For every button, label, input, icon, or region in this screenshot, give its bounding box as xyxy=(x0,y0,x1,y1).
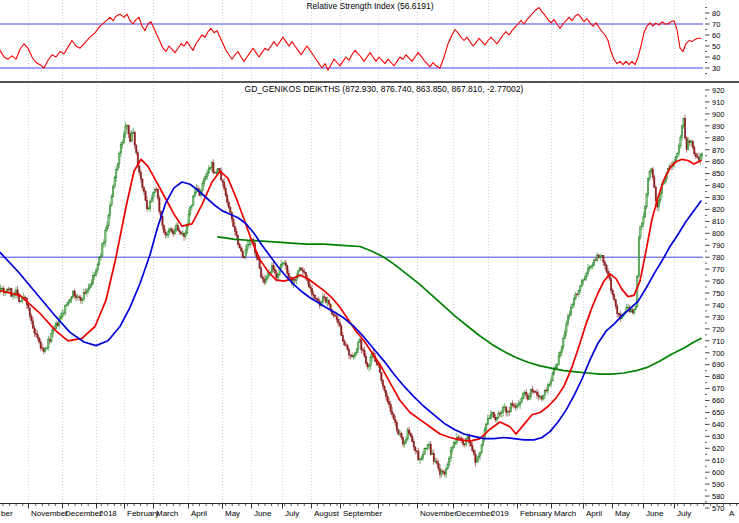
svg-text:60: 60 xyxy=(712,31,720,40)
x-axis: berNovemberDecember2018FebruaryMarchApri… xyxy=(0,504,739,519)
svg-text:580: 580 xyxy=(712,492,725,501)
svg-text:2019: 2019 xyxy=(491,509,509,518)
svg-text:920: 920 xyxy=(712,86,725,95)
svg-text:40: 40 xyxy=(712,53,720,62)
rsi-plot-area[interactable] xyxy=(0,0,703,81)
svg-text:820: 820 xyxy=(712,205,725,214)
svg-text:November: November xyxy=(420,509,457,518)
svg-text:2018: 2018 xyxy=(99,509,117,518)
svg-text:50: 50 xyxy=(712,42,720,51)
svg-text:690: 690 xyxy=(712,360,725,369)
svg-text:February: February xyxy=(127,509,159,518)
svg-text:December: December xyxy=(65,509,102,518)
svg-text:April: April xyxy=(586,509,602,518)
svg-text:740: 740 xyxy=(712,301,725,310)
chart-canvas: 807060504030 920910900890880870860850840… xyxy=(0,0,739,523)
svg-text:June: June xyxy=(254,509,272,518)
svg-text:800: 800 xyxy=(712,229,725,238)
svg-text:July: July xyxy=(677,509,691,518)
svg-text:December: December xyxy=(456,509,493,518)
svg-text:790: 790 xyxy=(712,241,725,250)
svg-text:890: 890 xyxy=(712,122,725,131)
svg-text:880: 880 xyxy=(712,134,725,143)
svg-text:750: 750 xyxy=(712,289,725,298)
svg-text:830: 830 xyxy=(712,193,725,202)
svg-text:620: 620 xyxy=(712,444,725,453)
panel-separator[interactable] xyxy=(0,81,739,83)
svg-text:30: 30 xyxy=(712,64,720,73)
svg-text:ber: ber xyxy=(1,509,13,518)
svg-text:910: 910 xyxy=(712,98,725,107)
svg-text:80: 80 xyxy=(712,9,720,18)
svg-text:May: May xyxy=(225,509,240,518)
svg-text:860: 860 xyxy=(712,157,725,166)
security-title: GD_GENIKOS DEIKTHS (872.930, 876.740, 86… xyxy=(242,84,527,94)
svg-text:660: 660 xyxy=(712,396,725,405)
svg-text:May: May xyxy=(615,509,630,518)
svg-text:730: 730 xyxy=(712,313,725,322)
svg-text:870: 870 xyxy=(712,146,725,155)
svg-text:A: A xyxy=(729,509,735,518)
svg-text:760: 760 xyxy=(712,277,725,286)
svg-text:August: August xyxy=(314,509,340,518)
svg-text:780: 780 xyxy=(712,253,725,262)
svg-text:720: 720 xyxy=(712,325,725,334)
chart-window: 807060504030 920910900890880870860850840… xyxy=(0,0,739,523)
svg-text:700: 700 xyxy=(712,349,725,358)
svg-text:June: June xyxy=(646,509,664,518)
svg-text:590: 590 xyxy=(712,480,725,489)
svg-text:650: 650 xyxy=(712,408,725,417)
svg-text:March: March xyxy=(156,509,178,518)
svg-text:710: 710 xyxy=(712,337,725,346)
svg-text:February: February xyxy=(520,509,552,518)
svg-text:600: 600 xyxy=(712,468,725,477)
svg-text:570: 570 xyxy=(712,504,725,513)
svg-text:630: 630 xyxy=(712,432,725,441)
svg-text:July: July xyxy=(285,509,299,518)
svg-text:November: November xyxy=(31,509,68,518)
svg-text:640: 640 xyxy=(712,420,725,429)
price-plot-area[interactable] xyxy=(0,85,703,503)
svg-text:810: 810 xyxy=(712,217,725,226)
svg-text:April: April xyxy=(191,509,207,518)
svg-text:610: 610 xyxy=(712,456,725,465)
svg-text:March: March xyxy=(554,509,576,518)
svg-text:680: 680 xyxy=(712,372,725,381)
svg-text:770: 770 xyxy=(712,265,725,274)
svg-text:September: September xyxy=(343,509,382,518)
svg-text:70: 70 xyxy=(712,20,720,29)
price-y-axis: 9209109008908808708608508408308208108007… xyxy=(705,86,725,513)
svg-text:670: 670 xyxy=(712,384,725,393)
svg-text:840: 840 xyxy=(712,181,725,190)
svg-text:900: 900 xyxy=(712,110,725,119)
rsi-y-axis: 807060504030 xyxy=(705,8,720,74)
rsi-indicator-title: Relative Strength Index (56.6191) xyxy=(303,1,436,11)
svg-text:850: 850 xyxy=(712,169,725,178)
